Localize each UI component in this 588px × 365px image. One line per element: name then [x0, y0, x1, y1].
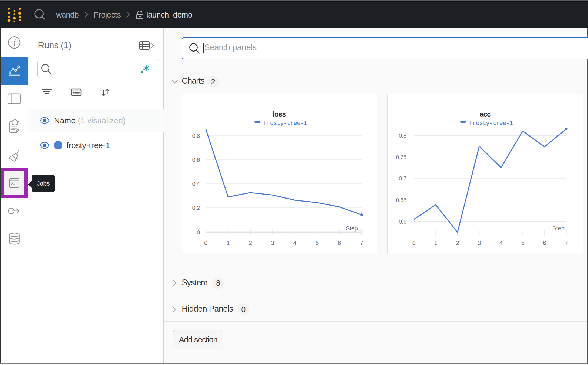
svg-text:7: 7	[565, 240, 568, 246]
svg-text:5: 5	[315, 240, 319, 246]
svg-text:0: 0	[204, 240, 207, 246]
svg-text:0.6: 0.6	[192, 157, 200, 163]
svg-text:0.4: 0.4	[192, 181, 200, 187]
svg-text:2: 2	[249, 240, 252, 246]
svg-text:6: 6	[543, 240, 546, 246]
svg-text:3: 3	[478, 240, 481, 246]
svg-text:1: 1	[226, 240, 230, 246]
svg-text:0.7: 0.7	[399, 175, 406, 182]
svg-text:0: 0	[412, 240, 416, 246]
svg-text:frosty-tree-1: frosty-tree-1	[469, 120, 513, 127]
svg-text:i: i	[13, 37, 16, 48]
svg-text:0.8: 0.8	[192, 133, 200, 139]
svg-text:0.6: 0.6	[399, 219, 407, 225]
svg-text:0.75: 0.75	[396, 154, 406, 161]
svg-text:0.2: 0.2	[192, 205, 200, 211]
svg-text:3: 3	[271, 240, 274, 246]
svg-text:Step: Step	[346, 225, 358, 232]
svg-text:5: 5	[521, 240, 524, 246]
svg-text:Step: Step	[552, 225, 565, 232]
svg-text:4: 4	[499, 240, 503, 246]
svg-text:0: 0	[197, 229, 200, 236]
svg-text:loss: loss	[273, 110, 286, 118]
svg-text:6: 6	[338, 240, 341, 246]
svg-text:acc: acc	[480, 110, 491, 118]
svg-text:7: 7	[360, 240, 363, 246]
svg-text:4: 4	[293, 240, 297, 246]
svg-text:1: 1	[434, 240, 437, 246]
svg-text:2: 2	[456, 240, 459, 246]
svg-text:frosty-tree-1: frosty-tree-1	[263, 120, 307, 127]
svg-text:0.65: 0.65	[396, 197, 406, 203]
svg-text:0.8: 0.8	[399, 132, 407, 139]
